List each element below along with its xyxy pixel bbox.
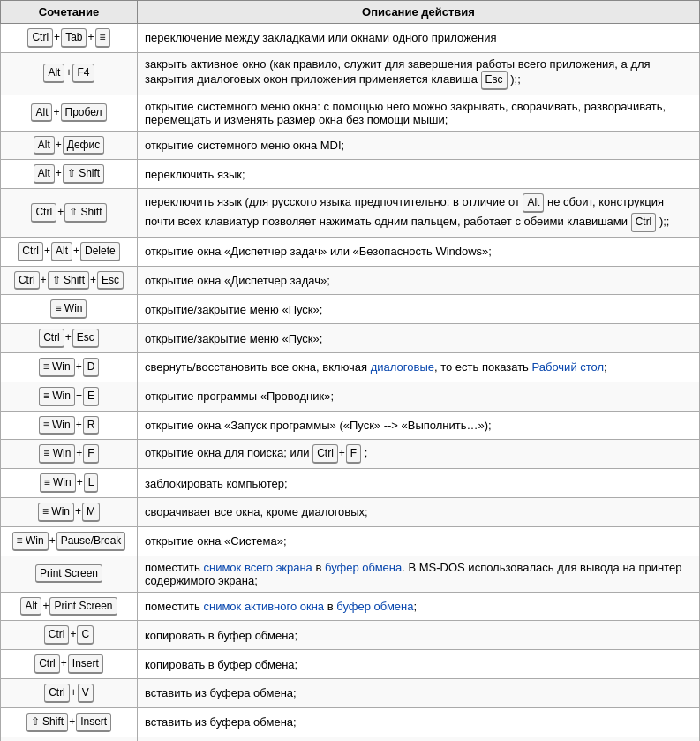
description-cell: поместить снимок всего экрана в буфер об…	[137, 556, 699, 592]
key: Ctrl	[39, 329, 64, 348]
description-cell: открытие окна «Диспетчер задач» или «Без…	[137, 237, 699, 266]
key: Alt	[34, 164, 55, 184]
description-cell: открытие/закрытие меню «Пуск»;	[137, 295, 699, 324]
shortcut-cell: Ctrl+V	[1, 678, 138, 707]
description-cell: сворачивает все окна, кроме диалоговых;	[137, 497, 699, 526]
col-header-shortcut: Сочетание	[1, 1, 138, 24]
description-cell: поместить снимок активного окна в буфер …	[137, 592, 699, 621]
description-cell: открытие программы «Проводник»;	[137, 382, 699, 411]
desc-link[interactable]: буфер обмена	[325, 561, 402, 574]
description-cell: переключить язык;	[137, 160, 699, 189]
key: Ctrl	[31, 203, 56, 223]
key: D	[83, 358, 100, 377]
key-separator: +	[73, 245, 79, 257]
shortcut-cell: Alt+⇧ Shift	[1, 160, 138, 189]
key-separator: +	[71, 686, 77, 699]
key-separator: +	[69, 715, 75, 728]
shortcut-cell: Ctrl+Insert	[1, 650, 138, 679]
key-separator: +	[90, 274, 96, 286]
key: ⇧ Shift	[64, 203, 106, 223]
table-row: Ctrl+⇧ Shiftпереключить язык (для русско…	[1, 189, 700, 238]
key: Дефис	[63, 136, 104, 155]
key: E	[83, 387, 99, 406]
key: F4	[72, 64, 94, 83]
key: Alt	[34, 136, 55, 155]
key-separator: +	[77, 476, 83, 488]
desc-link[interactable]: снимок активного окна	[203, 600, 324, 613]
shortcut-cell: Ctrl+Alt+Delete	[1, 237, 138, 266]
description-cell: открытие/закрытие меню «Пуск»;	[137, 324, 699, 353]
key: V	[78, 684, 94, 703]
key: ≡	[95, 28, 110, 48]
desc-link[interactable]: Рабочий стол	[531, 360, 604, 374]
description-cell: закрыть активное окно (как правило, служ…	[137, 52, 699, 95]
shortcut-cell: ≡ Win+M	[1, 497, 138, 526]
key-separator: +	[49, 534, 56, 547]
key: ≡ Win	[12, 532, 49, 551]
key-separator: +	[87, 31, 94, 43]
table-row: ≡ Win+Mсворачивает все окна, кроме диало…	[1, 497, 700, 526]
key-separator: +	[339, 447, 345, 459]
table-row: ⇧ Shift+Insertвставить из буфера обмена;	[1, 707, 700, 737]
description-cell: открытие системного меню окна: с помощью…	[137, 95, 699, 131]
shortcut-cell: Ctrl+X	[1, 737, 138, 741]
key: Пробел	[61, 103, 107, 123]
table-row: Ctrl+Escоткрытие/закрытие меню «Пуск»;	[1, 324, 700, 353]
key-separator: +	[76, 447, 82, 459]
description-cell: открытие системного меню окна MDI;	[137, 131, 699, 160]
key: Alt	[43, 64, 64, 83]
shortcut-cell: Ctrl+C	[1, 621, 138, 650]
shortcut-cell: ≡ Win+R	[1, 411, 138, 440]
key-separator: +	[41, 274, 47, 286]
table-row: ≡ Win+Fоткрытие окна для поиска; или Ctr…	[1, 440, 700, 469]
key: Ctrl	[44, 625, 70, 645]
shortcut-cell: ⇧ Shift+Insert	[1, 707, 138, 737]
desc-link[interactable]: диалоговые	[371, 360, 434, 374]
description-cell: переключение между закладками или окнами…	[137, 24, 699, 53]
key: Esc	[481, 71, 508, 90]
key-separator: +	[56, 167, 62, 179]
key: ⇧ Shift	[26, 713, 68, 732]
key-separator: +	[54, 31, 60, 43]
table-row: Print Screenпоместить снимок всего экран…	[1, 556, 700, 592]
description-cell: копировать в буфер обмена;	[137, 650, 699, 679]
key: Alt	[51, 242, 72, 261]
table-row: ≡ Win+Lзаблокировать компьютер;	[1, 469, 700, 498]
shortcut-cell: Alt+Дефис	[1, 131, 138, 160]
description-cell: открытие окна «Система»;	[137, 526, 699, 556]
key-separator: +	[53, 106, 59, 118]
key: ≡ Win	[50, 299, 87, 319]
table-row: Alt+Дефисоткрытие системного меню окна M…	[1, 131, 700, 160]
shortcut-cell: Ctrl+Esc	[1, 324, 138, 353]
shortcut-cell: Ctrl+Tab+≡	[1, 24, 138, 53]
desc-link[interactable]: буфер обмена	[336, 600, 413, 613]
shortcut-cell: Alt+F4	[1, 52, 138, 95]
key: Insert	[68, 654, 103, 674]
description-cell: открытие окна для поиска; или Ctrl+F ;	[137, 440, 699, 469]
key-separator: +	[76, 389, 82, 402]
table-row: Alt+Print Screenпоместить снимок активно…	[1, 592, 700, 621]
key: Print Screen	[35, 564, 102, 584]
description-cell: вставить из буфера обмена;	[137, 707, 699, 737]
table-row: ≡ Winоткрытие/закрытие меню «Пуск»;	[1, 295, 700, 324]
table-row: Alt+⇧ Shiftпереключить язык;	[1, 160, 700, 189]
table-row: Ctrl+Tab+≡переключение между закладками …	[1, 24, 700, 53]
description-cell: вставить из буфера обмена;	[137, 678, 699, 707]
shortcut-cell: ≡ Win+L	[1, 469, 138, 498]
shortcut-cell: ≡ Win+Pause/Break	[1, 526, 138, 556]
table-row: Alt+Пробелоткрытие системного меню окна:…	[1, 95, 700, 131]
key: ≡ Win	[39, 387, 75, 406]
key: ≡ Win	[38, 503, 74, 522]
key: F	[346, 444, 361, 464]
shortcut-cell: Print Screen	[1, 556, 138, 592]
key: L	[84, 473, 99, 493]
desc-link[interactable]: снимок всего экрана	[203, 561, 312, 574]
table-row: Ctrl+Alt+Deleteоткрытие окна «Диспетчер …	[1, 237, 700, 266]
key: Pause/Break	[56, 532, 126, 551]
shortcut-cell: Ctrl+⇧ Shift	[1, 189, 138, 238]
shortcut-cell: ≡ Win+F	[1, 440, 138, 469]
description-cell: открытие окна «Диспетчер задач»;	[137, 266, 699, 295]
key: Esc	[97, 271, 124, 291]
key-separator: +	[57, 206, 64, 218]
key: ⇧ Shift	[63, 164, 104, 184]
